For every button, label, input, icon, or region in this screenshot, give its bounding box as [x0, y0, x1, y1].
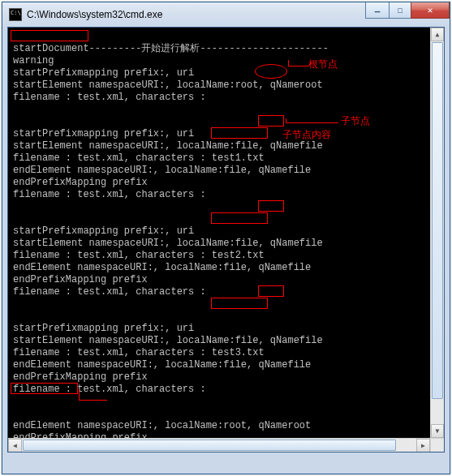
scroll-down-icon[interactable]: ▼: [431, 424, 444, 438]
window-buttons: [366, 2, 450, 19]
line: endElement namespaceURI:, localName:file…: [13, 359, 311, 371]
annotation-box-file3: [258, 285, 284, 297]
annotation-box-test2: [211, 212, 268, 224]
line: endElement namespaceURI:, localName:root…: [13, 420, 311, 431]
line: endPrefixMapping prefix: [13, 274, 148, 285]
window-frame: C:\Windows\system32\cmd.exe startDocumen…: [2, 2, 450, 474]
vertical-scrollbar[interactable]: ▲ ▼: [430, 28, 444, 438]
line: filename : test.xml, characters :: [13, 189, 206, 200]
line: endPrefixMapping prefix: [13, 177, 148, 188]
annotation-box-startdocument: [11, 30, 88, 41]
line: warning: [13, 55, 54, 66]
line: startElement namespaceURI:, localName:fi…: [13, 335, 323, 346]
line: endPrefixMapping prefix: [13, 371, 148, 383]
line: filename : test.xml, characters : test1.…: [13, 152, 265, 164]
console-output[interactable]: startDocument---------开始进行解析------------…: [8, 28, 444, 452]
scroll-right-icon[interactable]: ▶: [416, 439, 430, 452]
line: startElement namespaceURI:, localName:fi…: [13, 238, 323, 249]
line: filename : test.xml, characters :: [13, 384, 206, 395]
line: startPrefixmapping prefix:, uri: [13, 323, 194, 334]
annotation-label-childnode: 子节点: [341, 115, 370, 127]
line: startPrefixmapping prefix:, uri: [13, 67, 194, 79]
line: endElement namespaceURI:, localName:file…: [13, 262, 311, 273]
line: filename : test.xml, characters :: [13, 286, 206, 298]
horizontal-scroll-thumb[interactable]: [23, 440, 396, 451]
line: filename : test.xml, characters : test2.…: [13, 250, 265, 261]
line: startElement namespaceURI:, localName:ro…: [13, 79, 323, 91]
annotation-label-childcontent: 子节点内容: [282, 129, 331, 141]
horizontal-scrollbar[interactable]: ◀ ▶: [8, 438, 430, 452]
line: [13, 201, 439, 213]
line: [13, 298, 439, 311]
cmd-icon: [9, 8, 22, 21]
line: startElement namespaceURI:, localName:fi…: [13, 140, 323, 152]
line: [13, 104, 439, 116]
annotation-ellipse-root: [255, 64, 287, 79]
annotation-box-file1: [258, 115, 284, 127]
annotation-label-rootnode: 根节点: [308, 58, 338, 71]
line: [13, 396, 439, 408]
line: startDocument---------开始进行解析------------…: [13, 43, 329, 54]
annotation-arrow-root: [288, 60, 308, 66]
line: filename : test.xml, characters :: [13, 92, 206, 103]
maximize-button[interactable]: [389, 2, 411, 19]
line: startPrefixmapping prefix:, uri: [13, 225, 194, 237]
annotation-box-test1: [211, 127, 268, 139]
annotation-arrow-child: [286, 118, 338, 123]
minimize-button[interactable]: [365, 2, 390, 19]
vertical-scroll-thumb[interactable]: [432, 42, 443, 399]
scrollbar-corner: [430, 438, 444, 452]
scroll-left-icon[interactable]: ◀: [8, 439, 22, 452]
titlebar[interactable]: C:\Windows\system32\cmd.exe: [2, 2, 450, 27]
line: filename : test.xml, characters : test3.…: [13, 347, 265, 358]
scroll-up-icon[interactable]: ▲: [431, 28, 444, 41]
console-client: startDocument---------开始进行解析------------…: [7, 27, 445, 452]
line: endElement namespaceURI:, localName:file…: [13, 165, 311, 176]
close-button[interactable]: [411, 2, 450, 19]
line: startPrefixmapping prefix:, uri: [13, 128, 194, 139]
